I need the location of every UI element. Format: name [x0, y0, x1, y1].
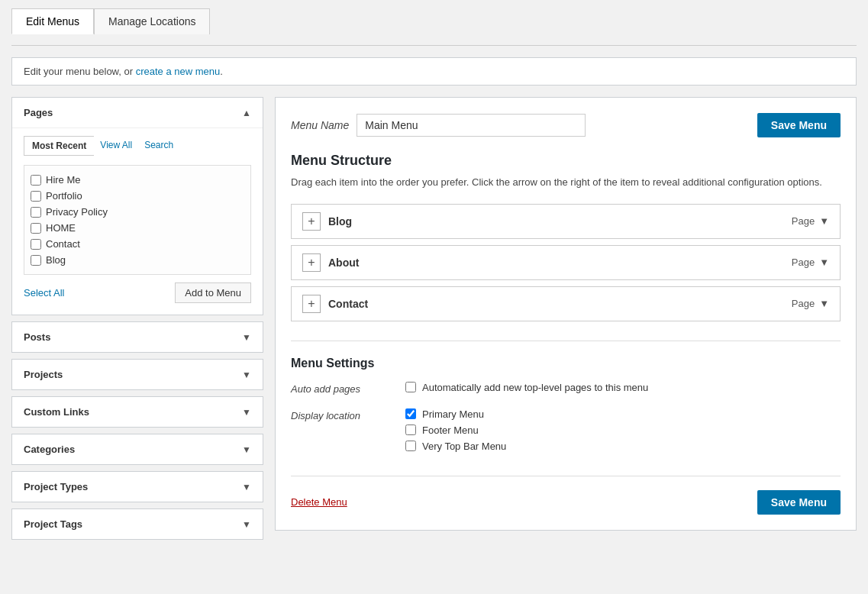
menu-item-about-expand[interactable]: +	[302, 253, 321, 272]
info-bar-text-after: .	[220, 66, 223, 77]
auto-add-pages-label: Auto add pages	[291, 382, 390, 395]
menu-item-blog-left: + Blog	[302, 212, 352, 231]
page-label-contact: Contact	[46, 238, 80, 250]
custom-links-arrow-icon	[242, 407, 251, 418]
primary-menu-label: Primary Menu	[422, 408, 484, 420]
custom-links-label: Custom Links	[24, 406, 89, 418]
menu-item-blog-expand[interactable]: +	[302, 212, 321, 231]
auto-add-pages-desc: Automatically add new top-level pages to…	[422, 382, 648, 393]
menu-item-contact-name: Contact	[328, 298, 368, 310]
menu-settings-section: Menu Settings Auto add pages Automatical…	[291, 341, 841, 457]
menu-item-about-right: Page ▼	[792, 257, 829, 268]
auto-add-pages-checkbox[interactable]	[405, 382, 416, 392]
display-location-row: Display location Primary Menu Footer Men…	[291, 408, 841, 457]
project-types-header[interactable]: Project Types	[12, 472, 263, 502]
sub-tab-search[interactable]: Search	[138, 136, 179, 156]
page-checkbox-privacy-policy[interactable]	[31, 207, 41, 218]
primary-menu-checkbox[interactable]	[405, 408, 416, 419]
footer-menu-row: Footer Menu	[405, 425, 841, 436]
project-types-arrow-icon	[242, 482, 251, 492]
menu-item-about-left: + About	[302, 253, 359, 272]
pages-content: Most Recent View All Search Hire Me Port…	[12, 128, 263, 315]
posts-label: Posts	[24, 331, 50, 343]
menu-name-row: Menu Name Save Menu	[291, 113, 841, 137]
page-checkbox-portfolio[interactable]	[31, 191, 41, 202]
top-bar-menu-checkbox[interactable]	[405, 441, 416, 451]
pages-section-header[interactable]: Pages	[12, 98, 263, 128]
top-bar-menu-label: Very Top Bar Menu	[422, 441, 506, 452]
sub-tab-most-recent[interactable]: Most Recent	[24, 136, 94, 156]
add-to-menu-button[interactable]: Add to Menu	[175, 282, 251, 303]
project-tags-arrow-icon	[242, 519, 251, 530]
info-bar-text: Edit your menu below, or	[24, 66, 136, 77]
posts-section: Posts	[11, 321, 263, 353]
projects-section: Projects	[11, 359, 263, 390]
menu-item-contact-right: Page ▼	[792, 298, 829, 309]
menu-item-contact: + Contact Page ▼	[291, 286, 841, 321]
list-item: HOME	[31, 220, 244, 236]
menu-item-blog-name: Blog	[328, 215, 352, 228]
display-location-control: Primary Menu Footer Menu Very Top Bar Me…	[405, 408, 841, 457]
menu-item-blog-right: Page ▼	[792, 215, 829, 227]
auto-add-pages-control: Automatically add new top-level pages to…	[405, 382, 841, 398]
select-all-link[interactable]: Select All	[24, 287, 64, 299]
list-item: Blog	[31, 252, 244, 268]
pages-arrow-icon	[242, 108, 251, 118]
page-checkbox-contact[interactable]	[31, 239, 41, 250]
projects-header[interactable]: Projects	[12, 360, 263, 389]
sub-tab-view-all[interactable]: View All	[94, 136, 138, 156]
tabs-bar: Edit Menus Manage Locations	[11, 8, 857, 34]
menu-item-contact-type: Page	[792, 298, 815, 309]
project-tags-label: Project Tags	[24, 518, 82, 530]
menu-item-blog-arrow-icon[interactable]: ▼	[819, 215, 829, 227]
menu-structure-desc: Drag each item into the order you prefer…	[291, 175, 841, 190]
page-checkbox-home[interactable]	[31, 223, 41, 234]
auto-add-pages-checkbox-row: Automatically add new top-level pages to…	[405, 382, 841, 393]
project-types-label: Project Types	[24, 481, 88, 492]
pages-section-title: Pages	[24, 107, 53, 118]
top-bar-menu-row: Very Top Bar Menu	[405, 441, 841, 452]
menu-item-about: + About Page ▼	[291, 245, 841, 280]
info-bar: Edit your menu below, or create a new me…	[11, 57, 857, 86]
tab-manage-locations[interactable]: Manage Locations	[94, 8, 210, 34]
create-new-menu-link[interactable]: create a new menu	[136, 66, 221, 77]
projects-arrow-icon	[242, 370, 251, 380]
left-panel: Pages Most Recent View All Search Hire M…	[11, 97, 263, 546]
right-panel: Menu Name Save Menu Menu Structure Drag …	[275, 97, 857, 531]
menu-item-contact-arrow-icon[interactable]: ▼	[819, 298, 829, 309]
menu-settings-title: Menu Settings	[291, 357, 841, 370]
categories-header[interactable]: Categories	[12, 434, 263, 464]
save-menu-button-top[interactable]: Save Menu	[757, 113, 841, 137]
categories-label: Categories	[24, 444, 75, 455]
auto-add-pages-row: Auto add pages Automatically add new top…	[291, 382, 841, 398]
page-label-hire-me: Hire Me	[46, 174, 81, 186]
delete-menu-button[interactable]: Delete Menu	[291, 496, 347, 508]
page-label-privacy-policy: Privacy Policy	[46, 206, 108, 218]
menu-name-input[interactable]	[357, 114, 586, 137]
menu-item-contact-expand[interactable]: +	[302, 295, 321, 313]
page-label-home: HOME	[46, 222, 76, 234]
primary-menu-row: Primary Menu	[405, 408, 841, 420]
save-menu-button-bottom[interactable]: Save Menu	[757, 490, 841, 515]
page-checkbox-blog[interactable]	[31, 255, 41, 266]
categories-arrow-icon	[242, 444, 251, 455]
footer-menu-label: Footer Menu	[422, 425, 479, 436]
pages-actions: Select All Add to Menu	[24, 282, 251, 303]
custom-links-header[interactable]: Custom Links	[12, 397, 263, 427]
posts-header[interactable]: Posts	[12, 322, 263, 352]
tab-edit-menus[interactable]: Edit Menus	[11, 8, 94, 34]
custom-links-section: Custom Links	[11, 396, 263, 428]
footer-menu-checkbox[interactable]	[405, 425, 416, 435]
menu-item-contact-left: + Contact	[302, 295, 368, 313]
menu-item-blog-type: Page	[792, 215, 815, 227]
list-item: Privacy Policy	[31, 204, 244, 220]
project-types-section: Project Types	[11, 471, 263, 502]
page-checkbox-hire-me[interactable]	[31, 175, 41, 186]
menu-item-about-arrow-icon[interactable]: ▼	[819, 257, 829, 268]
display-location-label: Display location	[291, 408, 390, 421]
project-tags-section: Project Tags	[11, 508, 263, 540]
menu-name-left: Menu Name	[291, 114, 586, 137]
project-tags-header[interactable]: Project Tags	[12, 509, 263, 539]
posts-arrow-icon	[242, 332, 251, 343]
page-label-blog: Blog	[46, 254, 66, 266]
